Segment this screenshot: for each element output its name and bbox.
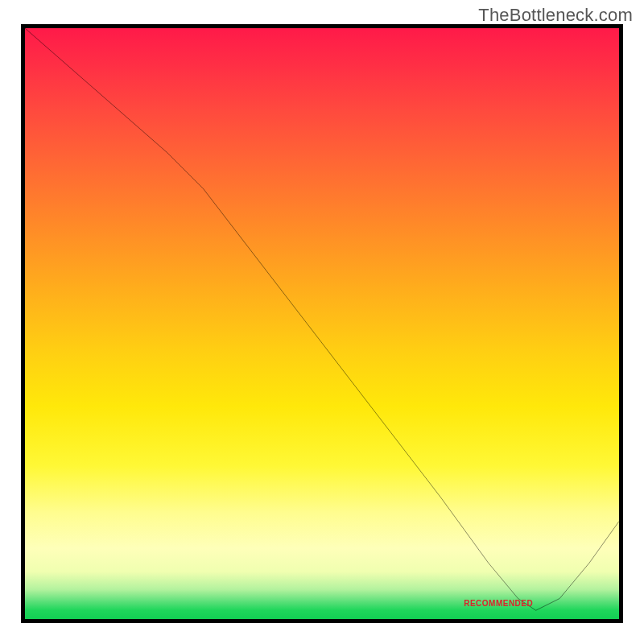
- curve-path: [25, 28, 619, 610]
- plot-area: RECOMMENDED: [21, 24, 623, 623]
- attribution-text: TheBottleneck.com: [478, 5, 633, 26]
- line-series: [25, 28, 619, 622]
- minimum-annotation: RECOMMENDED: [464, 599, 533, 608]
- chart-frame: TheBottleneck.com RECOMMENDED: [0, 0, 644, 644]
